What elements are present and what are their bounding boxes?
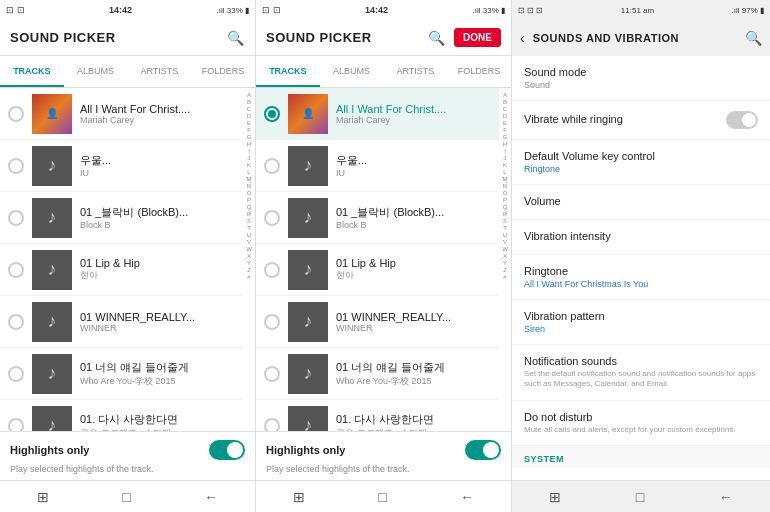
- search-icon-1[interactable]: 🔍: [225, 28, 245, 48]
- sv-item-notification-sounds[interactable]: Notification sounds Set the default noti…: [512, 345, 770, 401]
- sv-item-vibration-intensity[interactable]: Vibration intensity: [512, 220, 770, 255]
- sv-item-volume-key[interactable]: Default Volume key control Ringtone: [512, 140, 770, 185]
- tabs-1: TRACKS ALBUMS ARTISTS FOLDERS: [0, 56, 255, 88]
- sv-item-ringtone[interactable]: Ringtone All I Want For Christmas Is You: [512, 255, 770, 300]
- sv-search-icon[interactable]: 🔍: [745, 30, 762, 46]
- sound-picker-panel-1: ⊡ ⊡ 14:42 .ıll 33% ▮ SOUND PICKER 🔍 TRAC…: [0, 0, 256, 512]
- radio-p2-1: [264, 106, 280, 122]
- nav-back-icon-2[interactable]: ←: [460, 489, 474, 505]
- track-row[interactable]: ♪ 01 Lip & Hip 현아: [0, 244, 243, 296]
- track-row[interactable]: ♪ 우울... IU: [256, 140, 499, 192]
- track-row[interactable]: ♪ 01 _블락비 (BlockB)... Block B: [256, 192, 499, 244]
- alphabet-bar-1[interactable]: ABC DEF GHI JKL MNO PQR STU VWX YZ#: [243, 88, 255, 431]
- track-row[interactable]: ♪ 01 너의 얘길 들어줄게 Who Are You-学校 2015: [256, 348, 499, 400]
- alphabet-bar-2[interactable]: ABC DEF GHI JKL MNO PQR STU VWX YZ#: [499, 88, 511, 431]
- sv-item-vibrate-ringing[interactable]: Vibrate while ringing: [512, 101, 770, 140]
- radio-3: [8, 210, 24, 226]
- tab-artists-2[interactable]: ARTISTS: [384, 56, 448, 87]
- tab-tracks-2[interactable]: TRACKS: [256, 56, 320, 87]
- track-row[interactable]: ♪ 우울... IU: [0, 140, 243, 192]
- track-info-p2-5: 01 WINNER_REALLY... WINNER: [336, 311, 491, 333]
- track-row[interactable]: ♪ 01 WINNER_REALLY... WINNER: [0, 296, 243, 348]
- track-thumb-p2-5: ♪: [288, 302, 328, 342]
- track-name-p2-3: 01 _블락비 (BlockB)...: [336, 205, 491, 220]
- sv-item-do-not-disturb[interactable]: Do not disturb Mute all calls and alerts…: [512, 401, 770, 446]
- track-row[interactable]: ♪ 01 _블락비 (BlockB)... Block B: [0, 192, 243, 244]
- picker-title-1: SOUND PICKER: [10, 30, 116, 45]
- tab-folders-2[interactable]: FOLDERS: [447, 56, 511, 87]
- status-left-2: ⊡ ⊡: [262, 5, 281, 15]
- track-items-1: 👤 All I Want For Christ.... Mariah Carey…: [0, 88, 243, 431]
- sv-section-system: SYSTEM: [512, 446, 770, 468]
- track-info-p2-6: 01 너의 얘길 들어줄게 Who Are You-学校 2015: [336, 360, 491, 388]
- track-name-p2-1: All I Want For Christ....: [336, 103, 491, 115]
- status-bar-1: ⊡ ⊡ 14:42 .ıll 33% ▮: [0, 0, 255, 20]
- highlights-sub-2: Play selected highlights of the track.: [256, 464, 511, 480]
- sv-item-volume[interactable]: Volume: [512, 185, 770, 220]
- tab-folders-1[interactable]: FOLDERS: [191, 56, 255, 87]
- radio-2: [8, 158, 24, 174]
- radio-4: [8, 262, 24, 278]
- track-thumb-4: ♪: [32, 250, 72, 290]
- track-thumb-6: ♪: [32, 354, 72, 394]
- track-info-1: All I Want For Christ.... Mariah Carey: [80, 103, 235, 125]
- track-row[interactable]: ♪ 01. 다시 사랑한다면 루유 프로젝트 - 슈가맨: [0, 400, 243, 431]
- nav-home-icon-2[interactable]: □: [378, 489, 386, 505]
- track-row[interactable]: ♪ 01 WINNER_REALLY... WINNER: [256, 296, 499, 348]
- sv-vibration-pattern-sub: Siren: [524, 324, 758, 334]
- track-row[interactable]: 👤 All I Want For Christ.... Mariah Carey: [0, 88, 243, 140]
- track-info-3: 01 _블락비 (BlockB)... Block B: [80, 205, 235, 230]
- track-row[interactable]: ♪ 01 Lip & Hip 현아: [256, 244, 499, 296]
- nav-back-icon[interactable]: ←: [204, 489, 218, 505]
- track-row[interactable]: ♪ 01 너의 얘길 들어줄게 Who Are You-学校 2015: [0, 348, 243, 400]
- back-button[interactable]: ‹: [520, 30, 525, 46]
- sv-notification-sounds-title: Notification sounds: [524, 355, 758, 367]
- sv-nav-recent-icon[interactable]: ⊞: [549, 489, 561, 505]
- sv-nav-home-icon[interactable]: □: [636, 489, 644, 505]
- nav-recent-icon[interactable]: ⊞: [37, 489, 49, 505]
- track-artist-2: IU: [80, 168, 235, 178]
- track-row[interactable]: 👤 All I Want For Christ.... Mariah Carey: [256, 88, 499, 140]
- sv-volume-key-title: Default Volume key control: [524, 150, 758, 162]
- status-bar-2: ⊡ ⊡ 14:42 .ıll 33% ▮: [256, 0, 511, 20]
- sv-item-sound-mode[interactable]: Sound mode Sound: [512, 56, 770, 101]
- track-thumb-1: 👤: [32, 94, 72, 134]
- sv-volume-key-sub: Ringtone: [524, 164, 758, 174]
- status-icons-2: .ıll 33% ▮: [473, 6, 505, 15]
- highlights-sub-1: Play selected highlights of the track.: [0, 464, 255, 480]
- track-artist-p2-1: Mariah Carey: [336, 115, 491, 125]
- sv-nav-back-icon[interactable]: ←: [719, 489, 733, 505]
- nav-home-icon[interactable]: □: [122, 489, 130, 505]
- track-thumb-p2-7: ♪: [288, 406, 328, 432]
- top-bar-icons-1: 🔍: [225, 28, 245, 48]
- search-icon-2[interactable]: 🔍: [426, 28, 446, 48]
- track-info-p2-1: All I Want For Christ.... Mariah Carey: [336, 103, 491, 125]
- track-thumb-p2-3: ♪: [288, 198, 328, 238]
- highlights-toggle-1[interactable]: [209, 440, 245, 460]
- track-name-2: 우울...: [80, 153, 235, 168]
- track-info-p2-3: 01 _블락비 (BlockB)... Block B: [336, 205, 491, 230]
- sv-item-touch-sounds[interactable]: Touch sounds Play sounds when you touch …: [512, 468, 770, 480]
- track-name-p2-5: 01 WINNER_REALLY...: [336, 311, 491, 323]
- tab-artists-1[interactable]: ARTISTS: [128, 56, 192, 87]
- status-time-1: 14:42: [109, 5, 132, 15]
- sv-status-icons: .ıll 97% ▮: [732, 6, 764, 15]
- sv-item-vibration-pattern[interactable]: Vibration pattern Siren: [512, 300, 770, 345]
- track-info-6: 01 너의 얘길 들어줄게 Who Are You-学校 2015: [80, 360, 235, 388]
- highlights-row-2: Highlights only: [256, 432, 511, 464]
- highlights-toggle-2[interactable]: [465, 440, 501, 460]
- radio-p2-7: [264, 418, 280, 432]
- sv-vibrate-ringing-toggle[interactable]: [726, 111, 758, 129]
- tab-albums-2[interactable]: ALBUMS: [320, 56, 384, 87]
- track-row[interactable]: ♪ 01. 다시 사랑한다면 루유 프로젝트 - 슈가맨: [256, 400, 499, 431]
- nav-recent-icon-2[interactable]: ⊞: [293, 489, 305, 505]
- done-button[interactable]: DONE: [454, 28, 501, 47]
- track-thumb-2: ♪: [32, 146, 72, 186]
- track-name-p2-7: 01. 다시 사랑한다면: [336, 412, 491, 427]
- sv-vibration-pattern-title: Vibration pattern: [524, 310, 758, 322]
- tab-tracks-1[interactable]: TRACKS: [0, 56, 64, 87]
- tab-albums-1[interactable]: ALBUMS: [64, 56, 128, 87]
- sv-volume-title: Volume: [524, 195, 758, 207]
- track-info-7: 01. 다시 사랑한다면 루유 프로젝트 - 슈가맨: [80, 412, 235, 432]
- radio-p2-6: [264, 366, 280, 382]
